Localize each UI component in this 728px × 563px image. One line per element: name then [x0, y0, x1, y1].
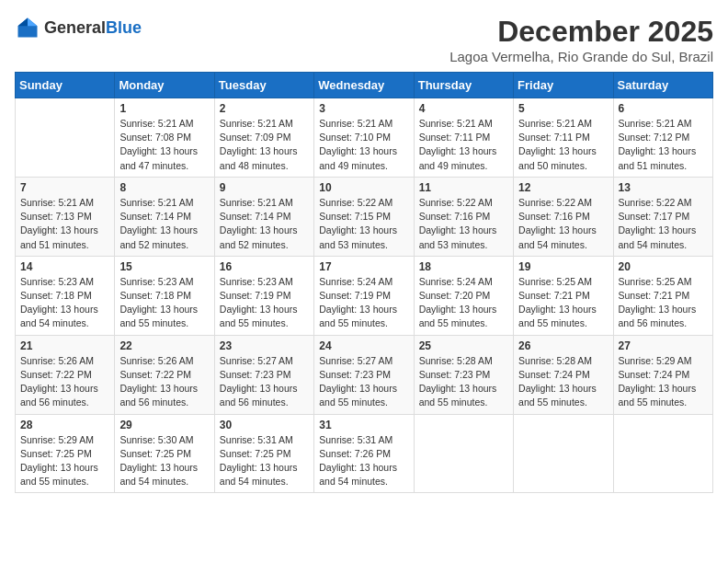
calendar-cell: 1Sunrise: 5:21 AMSunset: 7:08 PMDaylight… — [115, 98, 214, 178]
day-header-thursday: Thursday — [414, 73, 513, 98]
header: GeneralBlue December 2025 Lagoa Vermelha… — [15, 15, 713, 64]
calendar-cell: 23Sunrise: 5:27 AMSunset: 7:23 PMDayligh… — [214, 335, 313, 414]
day-number: 28 — [20, 419, 109, 431]
day-number: 29 — [119, 419, 209, 431]
calendar-cell: 12Sunrise: 5:22 AMSunset: 7:16 PMDayligh… — [514, 177, 613, 256]
day-number: 24 — [319, 339, 408, 352]
cell-info: Sunrise: 5:26 AMSunset: 7:22 PMDaylight:… — [20, 354, 109, 410]
cell-info: Sunrise: 5:29 AMSunset: 7:25 PMDaylight:… — [20, 433, 109, 489]
day-number: 14 — [20, 260, 109, 273]
cell-info: Sunrise: 5:24 AMSunset: 7:20 PMDaylight:… — [419, 275, 508, 331]
cell-info: Sunrise: 5:28 AMSunset: 7:23 PMDaylight:… — [419, 354, 508, 410]
calendar-cell: 29Sunrise: 5:30 AMSunset: 7:25 PMDayligh… — [115, 414, 214, 493]
day-number: 8 — [119, 181, 209, 194]
calendar: SundayMondayTuesdayWednesdayThursdayFrid… — [15, 72, 713, 493]
cell-info: Sunrise: 5:22 AMSunset: 7:15 PMDaylight:… — [319, 196, 408, 252]
calendar-cell: 9Sunrise: 5:21 AMSunset: 7:14 PMDaylight… — [214, 177, 313, 256]
calendar-cell: 2Sunrise: 5:21 AMSunset: 7:09 PMDaylight… — [214, 98, 313, 178]
day-header-wednesday: Wednesday — [314, 73, 414, 98]
day-number: 5 — [518, 102, 608, 115]
cell-info: Sunrise: 5:22 AMSunset: 7:16 PMDaylight:… — [518, 196, 608, 252]
calendar-cell: 25Sunrise: 5:28 AMSunset: 7:23 PMDayligh… — [414, 335, 513, 414]
day-number: 3 — [319, 102, 408, 115]
cell-info: Sunrise: 5:27 AMSunset: 7:23 PMDaylight:… — [220, 354, 309, 410]
days-header-row: SundayMondayTuesdayWednesdayThursdayFrid… — [16, 73, 713, 98]
calendar-cell: 8Sunrise: 5:21 AMSunset: 7:14 PMDaylight… — [115, 177, 214, 256]
day-number: 16 — [220, 260, 309, 273]
day-number: 19 — [518, 260, 608, 273]
cell-info: Sunrise: 5:31 AMSunset: 7:25 PMDaylight:… — [220, 433, 309, 489]
calendar-cell: 31Sunrise: 5:31 AMSunset: 7:26 PMDayligh… — [314, 414, 414, 493]
week-row-5: 28Sunrise: 5:29 AMSunset: 7:25 PMDayligh… — [16, 414, 713, 493]
calendar-cell — [514, 414, 613, 493]
calendar-cell — [414, 414, 513, 493]
day-number: 4 — [419, 102, 508, 115]
cell-info: Sunrise: 5:22 AMSunset: 7:16 PMDaylight:… — [419, 196, 508, 252]
day-number: 25 — [419, 339, 508, 352]
cell-info: Sunrise: 5:21 AMSunset: 7:13 PMDaylight:… — [20, 196, 109, 252]
cell-info: Sunrise: 5:22 AMSunset: 7:17 PMDaylight:… — [619, 196, 708, 252]
cell-info: Sunrise: 5:23 AMSunset: 7:18 PMDaylight:… — [119, 275, 209, 331]
day-number: 1 — [119, 102, 209, 115]
cell-info: Sunrise: 5:28 AMSunset: 7:24 PMDaylight:… — [518, 354, 608, 410]
day-number: 26 — [518, 339, 608, 352]
cell-info: Sunrise: 5:26 AMSunset: 7:22 PMDaylight:… — [119, 354, 209, 410]
cell-info: Sunrise: 5:30 AMSunset: 7:25 PMDaylight:… — [119, 433, 209, 489]
day-number: 21 — [20, 339, 109, 352]
location: Lagoa Vermelha, Rio Grande do Sul, Brazi… — [449, 49, 713, 64]
svg-marker-1 — [28, 18, 38, 27]
week-row-1: 1Sunrise: 5:21 AMSunset: 7:08 PMDaylight… — [16, 98, 713, 178]
day-number: 12 — [518, 181, 608, 194]
cell-info: Sunrise: 5:21 AMSunset: 7:12 PMDaylight:… — [619, 117, 708, 173]
calendar-cell: 21Sunrise: 5:26 AMSunset: 7:22 PMDayligh… — [16, 335, 115, 414]
cell-info: Sunrise: 5:21 AMSunset: 7:10 PMDaylight:… — [319, 117, 408, 173]
calendar-cell: 26Sunrise: 5:28 AMSunset: 7:24 PMDayligh… — [514, 335, 613, 414]
week-row-4: 21Sunrise: 5:26 AMSunset: 7:22 PMDayligh… — [16, 335, 713, 414]
calendar-cell: 27Sunrise: 5:29 AMSunset: 7:24 PMDayligh… — [613, 335, 712, 414]
logo-icon — [15, 15, 40, 40]
day-number: 23 — [220, 339, 309, 352]
day-number: 17 — [319, 260, 408, 273]
cell-info: Sunrise: 5:21 AMSunset: 7:08 PMDaylight:… — [119, 117, 209, 173]
cell-info: Sunrise: 5:24 AMSunset: 7:19 PMDaylight:… — [319, 275, 408, 331]
day-header-friday: Friday — [514, 73, 613, 98]
day-number: 27 — [619, 339, 708, 352]
calendar-cell: 24Sunrise: 5:27 AMSunset: 7:23 PMDayligh… — [314, 335, 414, 414]
day-number: 20 — [619, 260, 708, 273]
calendar-cell: 19Sunrise: 5:25 AMSunset: 7:21 PMDayligh… — [514, 256, 613, 335]
cell-info: Sunrise: 5:25 AMSunset: 7:21 PMDaylight:… — [619, 275, 708, 331]
day-number: 15 — [119, 260, 209, 273]
cell-info: Sunrise: 5:23 AMSunset: 7:18 PMDaylight:… — [20, 275, 109, 331]
calendar-cell — [613, 414, 712, 493]
calendar-cell: 16Sunrise: 5:23 AMSunset: 7:19 PMDayligh… — [214, 256, 313, 335]
day-number: 30 — [220, 419, 309, 431]
calendar-cell: 4Sunrise: 5:21 AMSunset: 7:11 PMDaylight… — [414, 98, 513, 178]
day-number: 18 — [419, 260, 508, 273]
cell-info: Sunrise: 5:31 AMSunset: 7:26 PMDaylight:… — [319, 433, 408, 489]
calendar-cell: 20Sunrise: 5:25 AMSunset: 7:21 PMDayligh… — [613, 256, 712, 335]
day-header-saturday: Saturday — [613, 73, 712, 98]
calendar-cell: 6Sunrise: 5:21 AMSunset: 7:12 PMDaylight… — [613, 98, 712, 178]
day-header-monday: Monday — [115, 73, 214, 98]
day-number: 9 — [220, 181, 309, 194]
calendar-cell: 5Sunrise: 5:21 AMSunset: 7:11 PMDaylight… — [514, 98, 613, 178]
calendar-cell: 17Sunrise: 5:24 AMSunset: 7:19 PMDayligh… — [314, 256, 414, 335]
logo: GeneralBlue — [15, 15, 142, 40]
svg-marker-2 — [18, 18, 28, 27]
calendar-cell: 11Sunrise: 5:22 AMSunset: 7:16 PMDayligh… — [414, 177, 513, 256]
calendar-cell: 3Sunrise: 5:21 AMSunset: 7:10 PMDaylight… — [314, 98, 414, 178]
cell-info: Sunrise: 5:21 AMSunset: 7:14 PMDaylight:… — [220, 196, 309, 252]
calendar-cell: 14Sunrise: 5:23 AMSunset: 7:18 PMDayligh… — [16, 256, 115, 335]
cell-info: Sunrise: 5:21 AMSunset: 7:14 PMDaylight:… — [119, 196, 209, 252]
calendar-cell: 13Sunrise: 5:22 AMSunset: 7:17 PMDayligh… — [613, 177, 712, 256]
cell-info: Sunrise: 5:23 AMSunset: 7:19 PMDaylight:… — [220, 275, 309, 331]
calendar-cell: 18Sunrise: 5:24 AMSunset: 7:20 PMDayligh… — [414, 256, 513, 335]
calendar-cell: 28Sunrise: 5:29 AMSunset: 7:25 PMDayligh… — [16, 414, 115, 493]
day-number: 11 — [419, 181, 508, 194]
title-area: December 2025 Lagoa Vermelha, Rio Grande… — [449, 15, 713, 64]
day-number: 13 — [619, 181, 708, 194]
logo-text-general: General — [44, 18, 106, 37]
month-title: December 2025 — [449, 15, 713, 49]
day-number: 22 — [119, 339, 209, 352]
day-number: 2 — [220, 102, 309, 115]
